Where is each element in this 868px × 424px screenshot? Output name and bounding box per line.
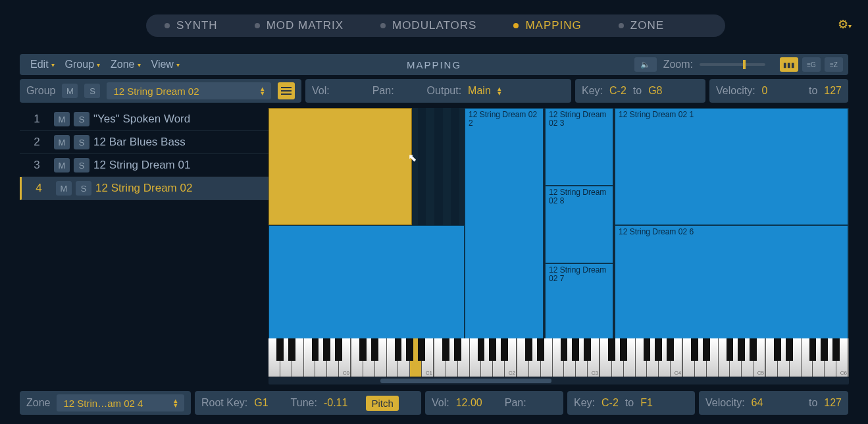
row-mute-button[interactable]: M xyxy=(54,158,70,172)
velocity-low-field[interactable]: 0 xyxy=(762,85,768,97)
group-number: 4 xyxy=(26,182,52,195)
to-label: to xyxy=(809,397,817,409)
key-low-field[interactable]: C-2 xyxy=(609,85,626,97)
sample-zone[interactable]: 12 String Dream 02 2 xyxy=(465,108,544,340)
row-mute-button[interactable]: M xyxy=(54,135,70,149)
row-solo-button[interactable]: S xyxy=(74,112,89,126)
zone-velocity-label: Velocity: xyxy=(705,397,745,409)
octave-label: C3 xyxy=(592,370,598,376)
row-mute-button[interactable]: M xyxy=(56,181,72,196)
tab-label: MAPPING xyxy=(525,19,581,32)
zone-vol-field[interactable]: 12.00 xyxy=(456,397,482,409)
tab-zone[interactable]: ZONE xyxy=(600,19,682,32)
zone-map-editor[interactable]: 12 String Dream 02 212 String Dream 02 3… xyxy=(268,108,849,377)
velocity-label: Velocity: xyxy=(716,85,755,97)
horizontal-scrollbar[interactable] xyxy=(268,377,849,384)
group-number: 1 xyxy=(24,113,50,126)
zone-key-high-field[interactable]: F1 xyxy=(640,397,653,409)
octave-label: C6 xyxy=(840,370,847,376)
zone-label: Zone xyxy=(26,397,50,409)
to-label: to xyxy=(809,85,817,97)
group-number: 3 xyxy=(24,159,50,172)
tab-synth[interactable]: SYNTH xyxy=(146,19,236,32)
chevron-down-icon: ▾ xyxy=(97,61,100,68)
main-tab-bar: SYNTH MOD MATRIX MODULATORS MAPPING ZONE xyxy=(146,14,725,37)
zone-selector[interactable]: 12 Strin…am 02 4 ▴▾ xyxy=(57,394,184,411)
zone-menu[interactable]: Zone▾ xyxy=(105,59,145,70)
stepper-icon: ▴▾ xyxy=(174,398,178,408)
list-view-toggle[interactable] xyxy=(278,82,295,99)
tab-mapping[interactable]: MAPPING xyxy=(495,19,600,32)
octave-label: C4 xyxy=(675,370,681,376)
zone-velocity-low-field[interactable]: 64 xyxy=(752,397,763,409)
row-solo-button[interactable]: S xyxy=(76,181,91,196)
row-mute-button[interactable]: M xyxy=(54,112,70,126)
page-title: MAPPING xyxy=(407,59,461,70)
view-group-list-button[interactable]: ≡G xyxy=(802,57,821,72)
row-solo-button[interactable]: S xyxy=(74,135,89,149)
group-row-name: 12 Bar Blues Bass xyxy=(93,136,186,149)
velocity-high-field[interactable]: 127 xyxy=(824,85,842,97)
tab-modulators[interactable]: MODULATORS xyxy=(362,19,495,32)
settings-gear-icon[interactable]: ⚙▾ xyxy=(838,17,852,32)
stepper-icon[interactable]: ▴▾ xyxy=(498,86,501,95)
key-high-field[interactable]: G8 xyxy=(648,85,662,97)
to-label: to xyxy=(633,85,642,97)
sample-zone[interactable]: 12 String Dream 02 3 xyxy=(545,108,613,186)
tab-label: MOD MATRIX xyxy=(267,19,344,32)
zoom-slider-thumb[interactable] xyxy=(743,60,746,69)
group-selector[interactable]: 12 String Dream 02 ▴▾ xyxy=(107,82,271,99)
menu-label: Group xyxy=(65,59,94,70)
octave-label: C0 xyxy=(343,370,349,376)
zone-velocity-high-field[interactable]: 127 xyxy=(824,397,842,409)
key-label: Key: xyxy=(582,85,603,97)
zoom-label: Zoom: xyxy=(663,59,693,70)
group-mute-button[interactable]: M xyxy=(62,84,78,98)
chevron-down-icon: ▾ xyxy=(51,61,55,68)
group-row-name: 12 String Dream 01 xyxy=(93,159,190,172)
keyboard-ruler[interactable]: C0C1C2C3C4C5C6 xyxy=(268,338,849,377)
edit-menu[interactable]: Edit▾ xyxy=(25,59,60,70)
sample-zone[interactable]: 12 String Dream 02 7 xyxy=(545,263,613,340)
zone-name-value: 12 Strin…am 02 4 xyxy=(63,398,143,409)
group-list: 1 M S "Yes" Spoken Word2 M S 12 Bar Blue… xyxy=(20,108,268,200)
zoom-slider[interactable] xyxy=(700,63,765,66)
root-key-field[interactable]: G1 xyxy=(254,397,268,409)
vol-label: Vol: xyxy=(312,85,330,97)
octave-label: C2 xyxy=(509,370,515,376)
group-row[interactable]: 4 M S 12 String Dream 02 xyxy=(20,177,268,200)
row-solo-button[interactable]: S xyxy=(74,158,89,172)
output-selector[interactable]: Main xyxy=(468,85,491,97)
group-row[interactable]: 3 M S 12 String Dream 01 xyxy=(20,154,268,177)
audition-speaker-button[interactable]: 🔈 xyxy=(634,57,657,72)
view-menu[interactable]: View▾ xyxy=(146,59,185,70)
pitch-toggle-button[interactable]: Pitch xyxy=(366,396,398,411)
root-key-label: Root Key: xyxy=(201,397,247,409)
output-label: Output: xyxy=(427,85,461,97)
tab-indicator-icon xyxy=(165,23,170,28)
group-row[interactable]: 1 M S "Yes" Spoken Word xyxy=(20,108,268,131)
chevron-down-icon: ▾ xyxy=(176,61,180,68)
tune-label: Tune: xyxy=(291,397,317,409)
sample-zone[interactable]: 12 String Dream 02 6 xyxy=(615,225,848,340)
group-menu[interactable]: Group▾ xyxy=(60,59,105,70)
tab-mod-matrix[interactable]: MOD MATRIX xyxy=(236,19,362,32)
mapping-toolbar: Edit▾ Group▾ Zone▾ View▾ MAPPING 🔈 Zoom:… xyxy=(20,54,848,75)
group-row[interactable]: 2 M S 12 Bar Blues Bass xyxy=(20,131,268,154)
group-solo-button[interactable]: S xyxy=(84,84,100,98)
chevron-down-icon: ▾ xyxy=(138,61,141,68)
view-keyboard-button[interactable]: ▮▮▮ xyxy=(780,57,798,72)
zone-key-low-field[interactable]: C-2 xyxy=(601,397,619,409)
scrollbar-thumb[interactable] xyxy=(380,379,551,383)
tab-label: MODULATORS xyxy=(392,19,476,32)
stepper-icon: ▴▾ xyxy=(261,86,265,95)
tab-indicator-icon xyxy=(255,23,260,28)
zone-param-bar: Zone 12 Strin…am 02 4 ▴▾ Root Key: G1 Tu… xyxy=(20,391,848,415)
pan-label: Pan: xyxy=(372,85,394,97)
sample-zone[interactable]: 12 String Dream 02 1 xyxy=(615,108,848,225)
sample-zone[interactable]: 12 String Dream 02 8 xyxy=(545,186,613,263)
sample-zone[interactable] xyxy=(268,108,412,225)
sample-zone[interactable] xyxy=(268,225,465,340)
view-zone-list-button[interactable]: ≡Z xyxy=(825,57,843,72)
tune-field[interactable]: -0.11 xyxy=(324,397,347,409)
